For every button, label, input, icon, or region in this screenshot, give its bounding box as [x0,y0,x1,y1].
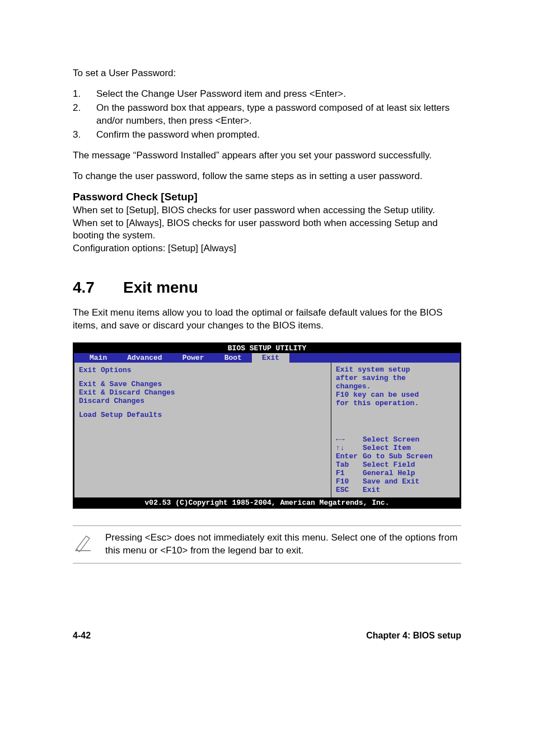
bios-hint-select-screen: Select Screen [336,436,455,444]
bios-title: BIOS SETUP UTILITY [74,344,460,353]
bios-left-panel: Exit Options Exit & Save Changes Exit & … [74,363,331,498]
step-2: 2. On the password box that appears, typ… [73,102,461,128]
bios-tab-exit[interactable]: Exit [252,353,289,363]
change-user-password-note: To change the user password, follow the … [73,170,461,183]
bios-body: Exit Options Exit & Save Changes Exit & … [74,363,460,498]
bios-item-exit-discard[interactable]: Exit & Discard Changes [79,388,326,397]
bios-hint-key: Tab [336,461,363,469]
bios-help-line: Exit system setup [336,366,455,374]
bios-hint-key: F1 [336,469,363,478]
svg-marker-1 [76,536,90,552]
bios-footer: v02.53 (C)Copyright 1985-2004, American … [74,498,460,508]
bios-item-load-defaults[interactable]: Load Setup Defaults [79,411,326,419]
bios-hint-label: Save and Exit [363,477,419,486]
bios-help-text: Exit system setup after saving the chang… [336,366,455,408]
bios-exit-group-2: Load Setup Defaults [79,411,326,419]
password-installed-message: The message “Password Installed” appears… [73,149,461,162]
bios-right-panel: Exit system setup after saving the chang… [331,363,460,498]
bios-hint-label: Select Field [363,461,415,469]
bios-hint-select-field: TabSelect Field [336,461,455,469]
step-number: 2. [73,102,96,128]
section-heading: 4.7Exit menu [73,279,461,297]
step-text: Confirm the password when prompted. [96,129,461,142]
step-number: 3. [73,129,96,142]
bios-key-hints: Select Screen Select Item EnterGo to Sub… [336,436,455,495]
bios-hint-label: Go to Sub Screen [363,452,433,461]
bios-hint-key: Enter [336,453,363,461]
bios-help-line: changes. [336,383,455,391]
step-1: 1. Select the Change User Password item … [73,88,461,101]
arrow-left-right-icon [336,436,363,444]
bios-tab-advanced[interactable]: Advanced [117,353,172,363]
note-text: Pressing <Esc> does not immediately exit… [105,532,461,557]
section-title: Exit menu [123,279,198,296]
bios-hint-key: F10 [336,478,363,486]
step-text: Select the Change User Password item and… [96,88,461,101]
bios-hint-label: Exit [363,486,380,494]
bios-hint-key: ESC [336,486,363,495]
bios-hint-label: General Help [363,469,415,477]
password-check-heading: Password Check [Setup] [73,191,461,203]
bios-help-line: after saving the [336,374,455,383]
bios-exit-group-1: Exit & Save Changes Exit & Discard Chang… [79,380,326,405]
bios-hint-sub-screen: EnterGo to Sub Screen [336,453,455,461]
bios-tab-boot[interactable]: Boot [214,353,252,363]
bios-exit-options-heading: Exit Options [79,366,326,374]
password-check-body: When set to [Setup], BIOS checks for use… [73,204,461,243]
set-user-password-intro: To set a User Password: [73,67,461,80]
pencil-note-icon [73,533,93,553]
bios-hint-exit: ESCExit [336,486,455,495]
set-user-password-steps: 1. Select the Change User Password item … [73,88,461,142]
exit-menu-description: The Exit menu items allow you to load th… [73,307,461,332]
step-3: 3. Confirm the password when prompted. [73,129,461,142]
bios-hint-save-exit: F10Save and Exit [336,478,455,486]
chapter-label: Chapter 4: BIOS setup [366,631,461,641]
page-number: 4-42 [73,631,91,641]
bios-hint-label: Select Item [363,444,411,452]
note-box: Pressing <Esc> does not immediately exit… [73,525,461,564]
page-footer: 4-42 Chapter 4: BIOS setup [34,631,500,641]
bios-hint-select-item: Select Item [336,444,455,453]
svg-line-2 [86,536,90,538]
password-check-config-options: Configuration options: [Setup] [Always] [73,242,461,255]
bios-help-line: for this operation. [336,400,455,408]
step-text: On the password box that appears, type a… [96,102,461,128]
bios-tab-bar: Main Advanced Power Boot Exit [74,353,460,363]
arrow-up-down-icon [336,444,363,453]
bios-item-discard[interactable]: Discard Changes [79,397,326,405]
bios-tab-power[interactable]: Power [172,353,214,363]
bios-hint-label: Select Screen [363,435,419,444]
bios-screenshot: BIOS SETUP UTILITY Main Advanced Power B… [73,342,461,509]
step-number: 1. [73,88,96,101]
bios-hint-general-help: F1General Help [336,469,455,478]
bios-help-line: F10 key can be used [336,391,455,400]
bios-tab-main[interactable]: Main [79,353,117,363]
section-number: 4.7 [73,279,123,297]
bios-item-exit-save[interactable]: Exit & Save Changes [79,380,326,388]
